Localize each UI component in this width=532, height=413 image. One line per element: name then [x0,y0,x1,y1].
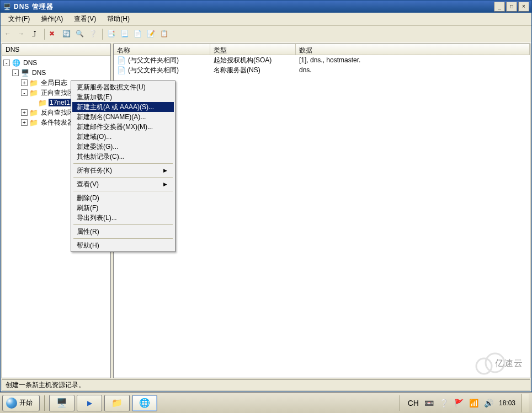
context-menu-item[interactable]: 刷新(F) [72,203,174,213]
expand-toggle[interactable]: + [21,79,28,86]
clock[interactable]: 18:03 [499,399,515,407]
tray-flag-icon[interactable]: 🚩 [454,399,464,407]
context-menu-item[interactable]: 导出列表(L)... [72,213,174,223]
list-pane: 名称 类型 数据 (与父文件夹相同)起始授权机构(SOA)[1], dns., … [113,44,530,378]
context-menu-item[interactable]: 更新服务器数据文件(U) [72,82,174,92]
context-menu-item[interactable]: 其他新记录(C)... [72,152,174,162]
lang-indicator[interactable]: CH [408,399,419,407]
menu-item-label: 新建委派(G)... [77,142,118,152]
window-controls: _ □ × [494,2,529,12]
menu-item-label: 导出列表(L)... [77,213,117,223]
tool-button-4[interactable]: 📝 [145,28,157,40]
listview-header: 名称 类型 数据 [114,44,530,55]
expand-toggle[interactable]: - [21,89,28,96]
titlebar[interactable]: 🖥️ DNS 管理器 _ □ × [1,1,531,13]
taskbar-app-server[interactable]: 🖥️ [49,395,75,411]
folder-icon [29,78,38,87]
tree-label: 条件转发器 [40,118,75,127]
expand-toggle[interactable]: - [3,60,10,66]
app-icon: 🖥️ [3,2,12,11]
watermark-text: 亿速云 [495,358,523,369]
column-name[interactable]: 名称 [114,44,210,55]
menu-view[interactable]: 查看(V) [68,12,102,26]
tray-help-icon[interactable]: ❔ [439,399,449,407]
folder-icon [29,118,38,127]
context-menu-item[interactable]: 查看(V)▶ [72,179,174,189]
forward-button[interactable]: → [16,28,28,40]
close-button[interactable]: × [518,2,529,12]
menu-action[interactable]: 操作(A) [35,12,68,26]
record-icon [117,56,126,65]
server-icon [20,68,29,77]
menu-separator [73,224,173,225]
refresh-button[interactable]: 🔄 [61,28,73,40]
tree-server[interactable]: - DNS [3,68,109,78]
tray-icon[interactable]: 📼 [424,399,434,407]
context-menu-item[interactable]: 所有任务(K)▶ [72,165,174,175]
taskbar-app-explorer[interactable]: 📁 [104,395,130,411]
list-row[interactable]: (与父文件夹相同)名称服务器(NS)dns. [114,65,530,75]
up-button[interactable]: ⮥ [29,28,41,40]
context-menu-item[interactable]: 帮助(H) [72,240,174,250]
context-menu-item[interactable]: 删除(D) [72,193,174,203]
column-data[interactable]: 数据 [296,44,530,55]
show-desktop-button[interactable] [521,394,529,412]
taskbar-app-powershell[interactable]: ▶ [77,395,102,411]
expand-toggle [30,99,36,106]
delete-button[interactable]: ✖ [47,28,60,40]
context-menu-item[interactable]: 新建邮件交换器(MX)(M)... [72,122,174,132]
menu-item-label: 刷新(F) [77,203,98,213]
refresh-icon: 🔄 [62,30,71,39]
context-menu-item[interactable]: 重新加载(E) [72,92,174,102]
clock-time: 18:03 [499,399,515,407]
tray-volume-icon[interactable]: 🔊 [484,399,493,407]
menu-item-label: 查看(V) [77,180,99,189]
properties-button[interactable]: 🔍 [74,28,86,40]
context-menu-item[interactable]: 新建域(O)... [72,132,174,142]
tree-root[interactable]: - DNS [3,58,109,68]
status-text: 创建一条新主机资源记录。 [6,380,85,390]
taskbar-buttons: 🖥️ ▶ 📁 🌐 [49,395,157,411]
cell-type: 名称服务器(NS) [210,66,296,75]
tool-button-2[interactable]: 📃 [119,28,131,40]
cell-type: 起始授权机构(SOA) [210,56,296,65]
help-button[interactable]: ❔ [87,28,99,40]
context-menu: 更新服务器数据文件(U)重新加载(E)新建主机(A 或 AAAA)(S)...新… [71,81,175,252]
watermark: 亿速云 [455,347,526,380]
record-icon [117,66,126,74]
menu-item-label: 帮助(H) [77,241,99,250]
tool-button-1[interactable]: 📑 [105,28,118,40]
chevron-right-icon: ▶ [163,181,167,187]
tool-button-3[interactable]: 📄 [132,28,144,40]
expand-toggle[interactable]: - [12,69,19,76]
context-menu-item[interactable]: 属性(R) [72,227,174,237]
tray-network-icon[interactable]: 📶 [469,399,478,407]
tool-button-5[interactable]: 📋 [158,28,171,40]
statusbar: 创建一条新主机资源记录。 [2,379,530,390]
start-button[interactable]: 开始 [2,395,40,411]
context-menu-item[interactable]: 新建别名(CNAME)(A)... [72,112,174,122]
window-title: DNS 管理器 [14,2,494,12]
tree-header: DNS [2,44,110,56]
folder-icon [38,98,47,107]
expand-toggle[interactable]: + [21,109,28,116]
menu-item-label: 新建邮件交换器(MX)(M)... [77,122,153,132]
menu-help[interactable]: 帮助(H) [102,12,135,26]
column-type[interactable]: 类型 [210,44,296,55]
toolbar-separator [102,29,103,40]
folder-icon [29,88,38,97]
menu-file[interactable]: 文件(F) [3,12,35,26]
list-row[interactable]: (与父文件夹相同)起始授权机构(SOA)[1], dns., hostmaste… [114,55,530,65]
maximize-button[interactable]: □ [506,2,517,12]
context-menu-item[interactable]: 新建委派(G)... [72,142,174,152]
system-tray: CH 📼 ❔ 🚩 📶 🔊 18:03 [394,394,532,412]
back-button[interactable]: ← [3,28,15,40]
menu-separator [73,163,173,164]
expand-toggle[interactable]: + [21,119,28,126]
menu-item-label: 更新服务器数据文件(U) [77,83,146,92]
folder-icon [29,108,38,117]
minimize-button[interactable]: _ [494,2,505,12]
taskbar-app-dns[interactable]: 🌐 [132,395,157,411]
context-menu-item[interactable]: 新建主机(A 或 AAAA)(S)... [72,102,174,112]
doc-icon: 📑 [107,30,116,39]
